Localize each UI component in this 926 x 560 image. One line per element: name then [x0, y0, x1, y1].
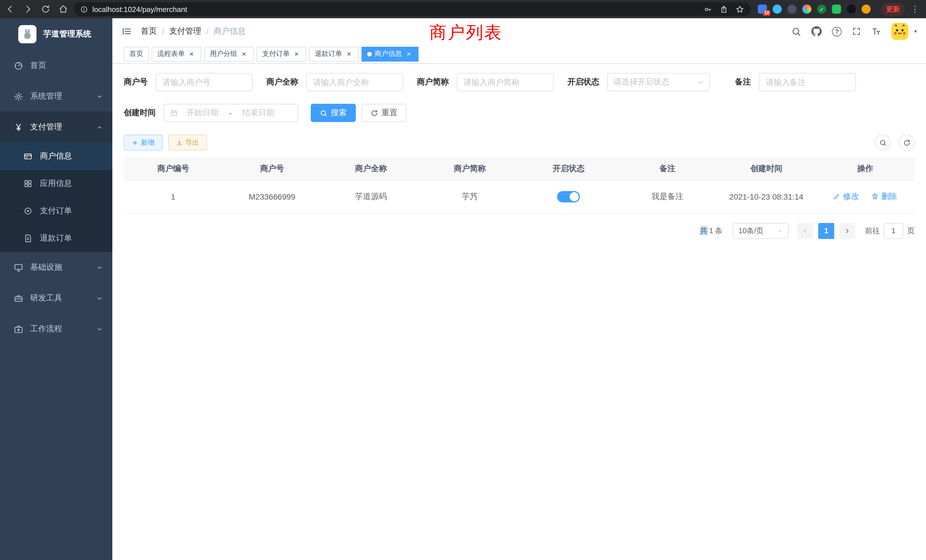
sidebar-item-home[interactable]: 首页 — [0, 50, 112, 81]
update-chip[interactable]: 更新 — [881, 3, 905, 16]
sidebar-item-label: 首页 — [30, 61, 46, 71]
chevron-down-icon — [96, 93, 103, 100]
extension-icon-5[interactable]: ✓ — [817, 5, 826, 14]
tab-process-form[interactable]: 流程表单× — [152, 47, 201, 61]
site-info-icon[interactable] — [80, 5, 88, 13]
tab-refund-order[interactable]: 退款订单× — [309, 47, 359, 61]
tab-label: 流程表单 — [157, 49, 185, 59]
reset-button[interactable]: 重置 — [362, 104, 407, 122]
remark-input[interactable] — [759, 73, 856, 91]
end-date-placeholder: 结束日期 — [237, 108, 279, 118]
target-icon — [23, 206, 33, 216]
tab-close-icon[interactable]: × — [292, 50, 301, 58]
github-icon[interactable] — [812, 26, 822, 36]
col-full-name: 商户全称 — [322, 157, 421, 180]
sidebar-item-label: 应用信息 — [40, 179, 72, 189]
breadcrumb-payment[interactable]: 支付管理 — [169, 26, 201, 36]
goto-page-input[interactable] — [884, 223, 903, 239]
extension-icon-1[interactable]: 10 — [758, 5, 767, 14]
tab-merchant-info[interactable]: 商户信息× — [362, 47, 419, 61]
export-button[interactable]: 导出 — [168, 135, 207, 151]
delete-link[interactable]: 删除 — [872, 192, 897, 202]
merchant-no-input[interactable] — [156, 73, 253, 91]
extension-icon-6[interactable] — [832, 5, 841, 14]
tab-close-icon[interactable]: × — [240, 50, 248, 58]
sidebar-item-system[interactable]: 系统管理 — [0, 81, 112, 112]
full-name-input[interactable] — [306, 73, 403, 91]
help-icon[interactable]: ? — [832, 27, 842, 36]
refresh-button[interactable] — [899, 135, 915, 151]
url-text: localhost:1024/pay/merchant — [92, 5, 699, 14]
monitor-icon — [12, 263, 24, 272]
breadcrumb-separator: / — [162, 27, 164, 36]
home-icon[interactable] — [59, 5, 68, 14]
sidebar-item-workflow[interactable]: 工作流程 — [0, 314, 112, 344]
extension-icon-3[interactable] — [787, 5, 797, 14]
prev-page-button[interactable] — [797, 223, 813, 239]
search-button[interactable]: 搜索 — [311, 104, 356, 122]
dashboard-icon — [12, 61, 24, 70]
add-button-label: 新增 — [141, 138, 154, 147]
tab-user-group[interactable]: 用户分组× — [204, 47, 254, 61]
tab-pay-order[interactable]: 支付订单× — [257, 47, 306, 61]
tab-home[interactable]: 首页 — [124, 47, 149, 61]
status-toggle[interactable] — [557, 191, 580, 203]
edit-link[interactable]: 修改 — [833, 192, 859, 202]
bookmark-star-icon[interactable] — [735, 5, 744, 14]
extension-icon-4[interactable] — [802, 5, 811, 14]
tab-label: 商户信息 — [375, 49, 402, 59]
app-logo[interactable]: 芋道管理系统 — [0, 18, 112, 50]
sidebar-item-merchant-info[interactable]: 商户信息 — [0, 142, 112, 170]
sidebar-item-app-info[interactable]: 应用信息 — [0, 170, 112, 197]
reload-icon[interactable] — [41, 5, 50, 14]
topbar-actions: ? ▾ — [792, 23, 917, 40]
sidebar-item-payment[interactable]: 支付管理 — [0, 112, 112, 142]
search-icon[interactable] — [792, 27, 801, 36]
share-icon[interactable] — [720, 5, 728, 14]
tab-close-icon[interactable]: × — [188, 50, 195, 58]
breadcrumb-home[interactable]: 首页 — [141, 26, 157, 36]
font-size-icon[interactable] — [872, 27, 881, 36]
forward-icon[interactable] — [23, 5, 32, 14]
user-avatar[interactable] — [891, 23, 909, 40]
sidebar-item-refund-order[interactable]: 退款订单 — [0, 225, 112, 252]
add-button[interactable]: 新增 — [124, 135, 162, 151]
url-bar[interactable]: localhost:1024/pay/merchant — [74, 2, 751, 16]
table-toolbar: 新增 导出 — [124, 135, 915, 151]
tabs-bar: 首页 流程表单× 用户分组× 支付订单× 退款订单× 商户信息× — [112, 44, 926, 64]
avatar-caret-icon[interactable]: ▾ — [914, 29, 917, 34]
filter-label: 创建时间 — [124, 108, 156, 118]
status-select[interactable]: 请选择开启状态 — [607, 73, 710, 91]
chevron-up-icon — [96, 124, 103, 130]
extension-icon-2[interactable] — [773, 5, 782, 14]
fullscreen-icon[interactable] — [852, 27, 861, 36]
extension-icon-8[interactable] — [862, 5, 871, 14]
filter-row-2: 创建时间 开始日期 - 结束日期 搜索 重置 — [124, 104, 915, 122]
browser-menu-icon[interactable]: ⋮ — [909, 4, 920, 14]
sidebar-item-infrastructure[interactable]: 基础设施 — [0, 252, 112, 283]
toggle-search-button[interactable] — [875, 135, 891, 151]
filter-merchant-no: 商户号 — [124, 73, 253, 91]
browser-nav — [6, 5, 68, 14]
sidebar-item-pay-order[interactable]: 支付订单 — [0, 197, 112, 225]
date-separator: - — [227, 108, 234, 118]
page-content: 商户号 商户全称 商户简称 开启状态 请选择开启状态 — [112, 64, 926, 560]
cell-merchant-id: 1 — [124, 180, 222, 213]
sidebar-toggle-icon[interactable] — [121, 26, 132, 36]
page-number-1[interactable]: 1 — [818, 223, 834, 239]
sidebar-item-label: 工作流程 — [30, 324, 62, 334]
short-name-input[interactable] — [457, 73, 554, 91]
next-page-button[interactable] — [839, 223, 855, 239]
page-size-select[interactable]: 10条/页 — [733, 223, 788, 239]
col-remark: 备注 — [618, 157, 717, 180]
back-icon[interactable] — [6, 5, 15, 14]
date-range-picker[interactable]: 开始日期 - 结束日期 — [163, 104, 298, 122]
extension-icon-7[interactable] — [847, 5, 856, 14]
sidebar-item-dev-tools[interactable]: 研发工具 — [0, 283, 112, 314]
tab-close-icon[interactable]: × — [405, 50, 413, 58]
tab-close-icon[interactable]: × — [345, 50, 353, 58]
reset-button-label: 重置 — [381, 108, 398, 118]
password-key-icon[interactable] — [704, 5, 712, 14]
calendar-icon — [170, 109, 178, 117]
sidebar-item-label: 基础设施 — [30, 262, 62, 272]
